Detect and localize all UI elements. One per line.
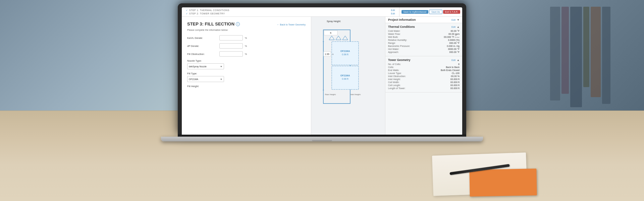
louver-type-row: Louver Type: CL-100 [388,72,460,74]
fill-type-select[interactable]: OF21MA ▼ [187,76,224,82]
hot-water-val: 0000.00 °F [448,48,460,50]
svg-text:ft: ft [330,32,331,34]
barometric-val: 0.000 in. Hg [447,45,460,47]
range-row: Range: 000.00 °F [388,42,460,44]
back-to-geometry-link[interactable]: ← Back to Tower Geometry [277,23,306,26]
cold-water-val: 00.00 °F [450,30,460,32]
step1-nav: ✓ STEP 1: THERMAL CONDITIONS Edit [186,9,395,12]
step1-label: STEP 1: THERMAL CONDITIONS [189,9,229,12]
tower-geometry-section: Tower Geometry Edit ▲ No. of Cells: 8 Ce… [385,56,462,92]
fill-height-label: Fill Height: [187,85,306,88]
kav-derate-input[interactable] [219,35,243,41]
approach-row: Approach: 000.00 °F [388,51,460,53]
page-title: STEP 3: FILL SECTION i [187,21,240,26]
cold-water-key: Cold Water: [388,30,400,32]
svg-text:OF21MA: OF21MA [340,50,350,52]
hot-water-row: Hot Water: 0000.00 °F [388,48,460,50]
thermal-conditions-fields: Cold Water: 00.00 °F Water Flow: 00.00 g… [388,30,460,53]
project-info-dropdown-icon[interactable]: ▼ [457,18,460,21]
thermal-conditions-edit-link[interactable]: Edit [451,26,455,28]
kav-derate-unit: % [245,37,247,39]
project-info-title: Project Information [388,18,451,21]
nozzle-type-label: Nozzle Type: [187,59,306,62]
svg-text:Rain Height:: Rain Height: [325,93,336,95]
top-nav-bar: ✓ STEP 1: THERMAL CONDITIONS Edit ✓ STEP… [182,7,462,17]
info-icon: i [236,22,240,26]
end-walls-key: End Walls: [388,69,399,71]
svg-marker-4 [336,36,341,40]
inlet-height-row: Inlet Height: 00.000 ft [388,78,460,80]
nav-steps: ✓ STEP 1: THERMAL CONDITIONS Edit ✓ STEP… [182,7,399,16]
wet-bulb-key: Wet Bulb: [388,36,398,38]
left-panel: STEP 3: FILL SECTION i ← Back to Tower G… [182,17,311,135]
nozzle-type-select[interactable]: dekSpray Nozzle ▼ [187,63,224,69]
project-info-edit-link[interactable]: Edit [451,19,455,21]
step2-edit-link[interactable]: Edit [391,12,395,15]
save-mybrentwood-button[interactable]: Save to myBrentwood [401,10,428,14]
laptop-screen: ✓ STEP 1: THERMAL CONDITIONS Edit ✓ STEP… [182,7,462,135]
fill-obstruction-input[interactable] [219,51,243,57]
approach-val: 000.00 °F [449,51,460,53]
svg-text:OF21MA: OF21MA [340,74,350,77]
cell-width-val: 00.000 ft [450,81,460,83]
end-walls-val: Both Ends Closed [441,69,460,71]
fill-obstruction-label: Fill Obstruction: [187,53,217,56]
range-val: 000.00 °F [449,42,460,44]
svg-text:0.98 ft: 0.98 ft [342,53,348,56]
exit-star-button[interactable]: Exit S.T.A.R. [443,10,460,14]
step2-check-icon: ✓ [186,12,188,15]
diagram-panel: Spray Height: ft OF21 [311,17,385,135]
right-panel: Project Information Edit ▼ Thermal Condi… [385,17,462,135]
wet-bulb-row: Wet Bulb: 00.000 °F Enter [388,36,460,38]
cell-width-key: Cell Width: [388,81,399,83]
svg-marker-5 [342,36,348,40]
wet-bulb-val: 00.000 °F Enter [444,36,460,38]
end-walls-row: End Walls: Both Ends Closed [388,69,460,71]
dp-derate-input[interactable] [219,43,243,49]
barometric-row: Barometric Pressure: 0.000 in. Hg [388,45,460,47]
thermal-conditions-section: Thermal Conditions Edit ▲ Cold Water: 00… [385,23,462,56]
rel-humidity-val: 0.0000 (%) [448,39,460,41]
fill-obstruction-row: Fill Obstruction: % [187,51,306,57]
cold-water-row: Cold Water: 00.00 °F [388,30,460,32]
fill-type-dropdown-arrow-icon: ▼ [220,78,222,80]
tower-geometry-header: Tower Geometry Edit ▲ [388,58,460,62]
svg-marker-3 [329,36,334,40]
louver-type-key: Louver Type: [388,72,401,74]
thermal-conditions-toggle-icon[interactable]: ▲ [457,25,460,28]
main-content: STEP 3: FILL SECTION i ← Back to Tower G… [182,17,462,135]
tower-length-row: Length of Tower: 00.000 ft [388,87,460,89]
tower-geometry-edit-link[interactable]: Edit [451,59,455,61]
fill-obstruction-unit: % [245,53,247,55]
inlet-obstruction-val: 00.00 % [451,75,460,77]
cells-row: Cells: Back to Back [388,66,460,68]
tower-geometry-toggle-icon[interactable]: ▲ [457,59,460,62]
cells-key: Cells: [388,66,394,68]
hot-water-key: Hot Water: [388,48,399,50]
water-flow-val: 00.00 gpm [448,33,460,35]
step1-check-icon: ✓ [186,9,188,12]
nozzle-dropdown-arrow-icon: ▼ [220,65,222,68]
step2-nav: ✓ STEP 2: TOWER GEOMETRY Edit [186,12,395,15]
save-as-button[interactable]: Save As [429,10,442,14]
cells-val: Back to Back [446,66,460,68]
project-info-section: Project Information Edit ▼ [385,17,462,23]
dp-derate-unit: % [245,45,247,47]
water-flow-row: Water Flow: 00.00 gpm [388,33,460,35]
laptop: ✓ STEP 1: THERMAL CONDITIONS Edit ✓ STEP… [161,3,483,141]
cell-length-key: Cell Length: [388,84,400,86]
cell-length-val: 00.000 ft [450,84,460,86]
cell-length-row: Cell Length: 00.000 ft [388,84,460,86]
svg-text:0.98 ft: 0.98 ft [342,78,348,80]
laptop-screen-bezel: ✓ STEP 1: THERMAL CONDITIONS Edit ✓ STEP… [178,3,466,135]
notebook-orange [469,169,537,196]
step1-edit-link[interactable]: Edit [391,9,395,12]
step2-label: STEP 2: TOWER GEOMETRY [189,12,225,15]
barometric-key: Barometric Pressure: [388,45,410,47]
num-cells-row: No. of Cells: 8 [388,63,460,65]
approach-key: Approach: [388,51,399,53]
rel-humidity-row: Relative Humidity: 0.0000 (%) [388,39,460,41]
thermal-conditions-header: Thermal Conditions Edit ▲ [388,25,460,28]
svg-text:Inlet Height:: Inlet Height: [350,93,361,95]
background-books [550,7,610,107]
